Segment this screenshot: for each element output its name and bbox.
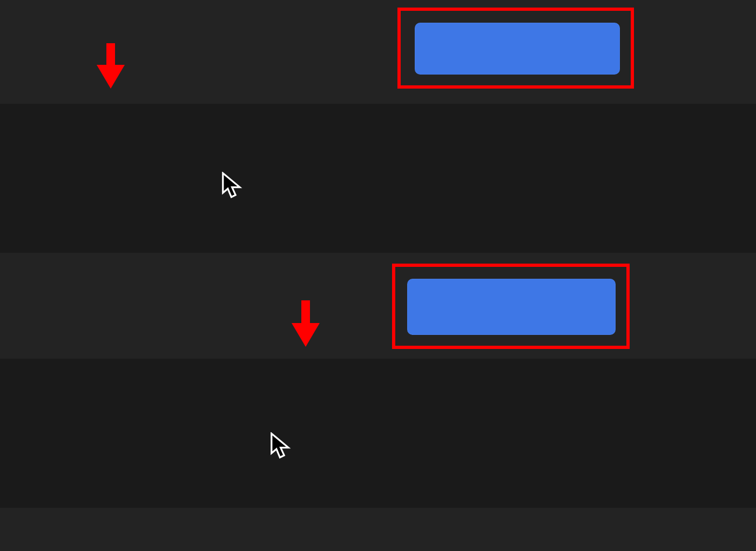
arrow-down-icon	[94, 43, 127, 89]
paste-edit-settings-button[interactable]	[407, 279, 616, 335]
annotation-paste-shortcut	[157, 298, 383, 347]
copy-edit-settings-button[interactable]	[415, 23, 620, 75]
arrow-down-icon	[289, 300, 322, 347]
annotation-copy-shortcut	[11, 41, 211, 89]
filmstrip-bottom	[0, 359, 756, 508]
filmstrip-top	[0, 104, 756, 253]
